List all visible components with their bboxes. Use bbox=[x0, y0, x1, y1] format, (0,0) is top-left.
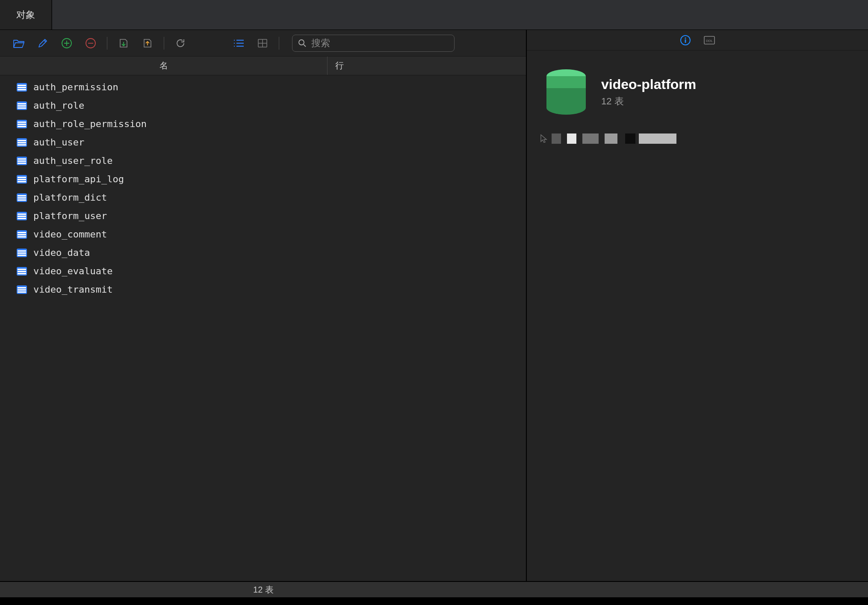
svg-rect-57 bbox=[18, 269, 26, 270]
table-row[interactable]: auth_user bbox=[0, 133, 526, 151]
status-text: 12 表 bbox=[253, 584, 274, 596]
svg-rect-47 bbox=[18, 218, 26, 219]
list-view-button[interactable] bbox=[227, 34, 251, 53]
table-icon bbox=[16, 138, 27, 147]
table-icon bbox=[16, 119, 27, 129]
tab-empty-area bbox=[52, 0, 868, 30]
search-icon bbox=[298, 39, 307, 47]
svg-rect-38 bbox=[18, 179, 26, 180]
svg-rect-62 bbox=[18, 289, 26, 291]
grid-icon bbox=[257, 39, 268, 48]
edit-button[interactable] bbox=[31, 34, 55, 53]
svg-rect-61 bbox=[18, 287, 26, 288]
svg-rect-23 bbox=[18, 107, 26, 109]
table-row[interactable]: auth_role_permission bbox=[0, 115, 526, 133]
toolbar bbox=[0, 30, 526, 56]
toolbar-separator bbox=[107, 37, 107, 50]
table-row[interactable]: auth_role bbox=[0, 96, 526, 115]
ddl-tab[interactable]: DDL bbox=[702, 33, 717, 47]
detail-toolbar: DDL bbox=[527, 30, 868, 50]
column-header-rows[interactable]: 行 bbox=[328, 56, 526, 75]
export-button[interactable] bbox=[136, 34, 159, 53]
table-row[interactable]: platform_user bbox=[0, 207, 526, 225]
svg-rect-37 bbox=[18, 177, 26, 178]
svg-rect-22 bbox=[18, 105, 26, 107]
svg-rect-49 bbox=[18, 232, 26, 233]
table-icon bbox=[16, 267, 27, 276]
table-name: video_data bbox=[33, 247, 90, 258]
svg-rect-30 bbox=[18, 142, 26, 143]
svg-rect-21 bbox=[18, 103, 26, 104]
svg-rect-63 bbox=[18, 291, 26, 293]
svg-rect-58 bbox=[18, 271, 26, 272]
svg-rect-31 bbox=[18, 144, 26, 145]
info-tab[interactable] bbox=[678, 33, 693, 47]
svg-point-65 bbox=[685, 37, 686, 39]
svg-rect-55 bbox=[18, 255, 26, 256]
database-header: video-platform 12 表 bbox=[527, 50, 868, 123]
delete-button[interactable] bbox=[79, 34, 103, 53]
table-icon bbox=[16, 230, 27, 239]
table-icon bbox=[16, 193, 27, 202]
svg-rect-17 bbox=[18, 85, 26, 86]
status-bar: 12 表 bbox=[0, 581, 868, 597]
bottom-edge bbox=[0, 597, 868, 605]
table-row[interactable]: video_data bbox=[0, 243, 526, 262]
table-icon bbox=[16, 211, 27, 221]
svg-rect-50 bbox=[18, 234, 26, 235]
table-name: auth_role bbox=[33, 100, 84, 111]
table-icon bbox=[16, 156, 27, 166]
svg-rect-27 bbox=[18, 126, 26, 127]
table-icon bbox=[16, 83, 27, 92]
table-icon bbox=[16, 285, 27, 294]
svg-text:DDL: DDL bbox=[706, 39, 713, 43]
table-name: video_evaluate bbox=[33, 266, 112, 276]
column-header-name[interactable]: 名 bbox=[0, 56, 328, 75]
table-name: video_comment bbox=[33, 229, 107, 240]
list-icon bbox=[233, 39, 245, 48]
toolbar-separator bbox=[164, 37, 164, 50]
svg-rect-42 bbox=[18, 197, 26, 199]
cursor-icon bbox=[540, 134, 549, 143]
svg-rect-45 bbox=[18, 214, 26, 215]
import-button[interactable] bbox=[112, 34, 136, 53]
table-name: auth_user_role bbox=[33, 155, 112, 166]
toolbar-separator bbox=[279, 37, 279, 50]
svg-rect-53 bbox=[18, 250, 26, 252]
svg-rect-33 bbox=[18, 158, 26, 160]
svg-rect-66 bbox=[685, 39, 686, 43]
table-row[interactable]: video_comment bbox=[0, 225, 526, 243]
search-input[interactable] bbox=[292, 35, 455, 52]
info-icon bbox=[680, 35, 691, 46]
svg-rect-25 bbox=[18, 122, 26, 123]
add-button[interactable] bbox=[55, 34, 79, 53]
plus-circle-icon bbox=[61, 38, 72, 49]
table-row[interactable]: video_evaluate bbox=[0, 262, 526, 280]
table-row[interactable]: platform_dict bbox=[0, 188, 526, 207]
refresh-button[interactable] bbox=[168, 34, 192, 53]
table-row[interactable]: auth_permission bbox=[0, 78, 526, 96]
tab-objects[interactable]: 对象 bbox=[0, 0, 52, 30]
database-name: video-platform bbox=[601, 77, 696, 92]
svg-rect-35 bbox=[18, 163, 26, 164]
table-row[interactable]: platform_api_log bbox=[0, 170, 526, 188]
table-name: auth_role_permission bbox=[33, 119, 147, 129]
folder-open-icon bbox=[13, 38, 25, 48]
table-name: video_transmit bbox=[33, 284, 112, 295]
minus-circle-icon bbox=[85, 38, 96, 49]
table-list: auth_permissionauth_roleauth_role_permis… bbox=[0, 75, 526, 581]
table-icon bbox=[16, 101, 27, 110]
svg-rect-18 bbox=[18, 87, 26, 88]
grid-view-button[interactable] bbox=[251, 34, 275, 53]
table-icon bbox=[16, 175, 27, 184]
open-button[interactable] bbox=[7, 34, 31, 53]
table-name: auth_user bbox=[33, 137, 84, 148]
table-row[interactable]: auth_user_role bbox=[0, 151, 526, 170]
table-row[interactable]: video_transmit bbox=[0, 280, 526, 299]
table-icon bbox=[16, 248, 27, 258]
tab-strip: 对象 bbox=[0, 0, 868, 30]
import-icon bbox=[118, 38, 129, 49]
tab-label: 对象 bbox=[16, 9, 35, 21]
obscured-strip bbox=[527, 123, 868, 144]
table-name: platform_dict bbox=[33, 192, 107, 203]
